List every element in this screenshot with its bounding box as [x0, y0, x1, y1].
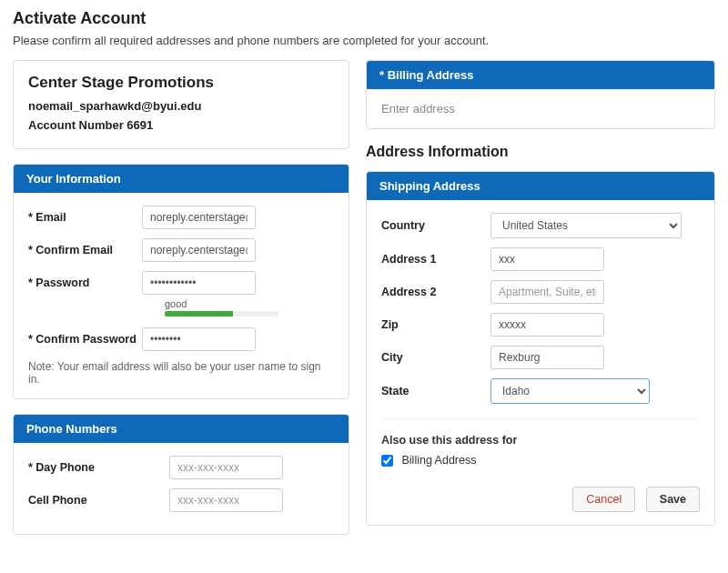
page-title: Activate Account: [13, 9, 715, 28]
confirm-email-label: * Confirm Email: [28, 244, 142, 256]
email-field[interactable]: [142, 206, 256, 229]
account-email: noemail_sparhawkd@byui.edu: [28, 97, 334, 116]
email-username-note: Note: Your email address will also be yo…: [28, 360, 334, 386]
zip-label: Zip: [381, 318, 490, 331]
day-phone-field[interactable]: [169, 456, 283, 479]
password-label: * Password: [28, 276, 142, 289]
zip-field[interactable]: [490, 313, 604, 337]
city-label: City: [381, 351, 490, 364]
cancel-button[interactable]: Cancel: [572, 487, 635, 512]
address-information-title: Address Information: [366, 144, 715, 160]
save-button[interactable]: Save: [646, 487, 700, 512]
page-subtitle: Please confirm all required addresses an…: [13, 34, 715, 47]
phone-numbers-header: Phone Numbers: [14, 415, 349, 443]
state-select[interactable]: Idaho: [490, 378, 650, 404]
account-summary-panel: Center Stage Promotions noemail_sparhawk…: [13, 60, 349, 149]
address2-label: Address 2: [381, 286, 490, 298]
confirm-password-field[interactable]: [142, 327, 256, 351]
your-information-header: Your Information: [14, 165, 349, 193]
shipping-address-header: Shipping Address: [367, 172, 714, 200]
confirm-email-field[interactable]: [142, 238, 256, 262]
phone-numbers-panel: Phone Numbers * Day Phone Cell Phone: [13, 414, 349, 535]
account-number: Account Number 6691: [28, 116, 334, 136]
divider: [381, 418, 700, 419]
password-strength-text: good: [165, 298, 334, 309]
billing-address-panel[interactable]: * Billing Address Enter address: [366, 60, 715, 129]
billing-address-header: * Billing Address: [367, 61, 714, 89]
also-use-label: Also use this address for: [381, 434, 700, 447]
address1-field[interactable]: [490, 247, 604, 271]
cell-phone-label: Cell Phone: [28, 494, 169, 507]
billing-checkbox-row[interactable]: Billing Address: [381, 454, 476, 467]
account-name: Center Stage Promotions: [28, 74, 334, 92]
state-label: State: [381, 385, 490, 397]
shipping-address-panel: Shipping Address Country United States A…: [366, 171, 715, 526]
country-select[interactable]: United States: [490, 213, 682, 238]
city-field[interactable]: [490, 346, 604, 369]
password-strength-bar: [165, 311, 278, 317]
address2-field[interactable]: [490, 280, 604, 304]
billing-address-placeholder: Enter address: [381, 102, 455, 116]
email-label: * Email: [28, 211, 142, 224]
billing-checkbox-label: Billing Address: [401, 454, 476, 467]
day-phone-label: * Day Phone: [28, 461, 169, 474]
billing-checkbox[interactable]: [381, 455, 393, 467]
country-label: Country: [381, 219, 490, 232]
confirm-password-label: * Confirm Password: [28, 333, 142, 346]
cell-phone-field[interactable]: [169, 488, 283, 512]
address1-label: Address 1: [381, 253, 490, 266]
password-field[interactable]: [142, 271, 256, 295]
your-information-panel: Your Information * Email * Confirm Email…: [13, 164, 349, 399]
